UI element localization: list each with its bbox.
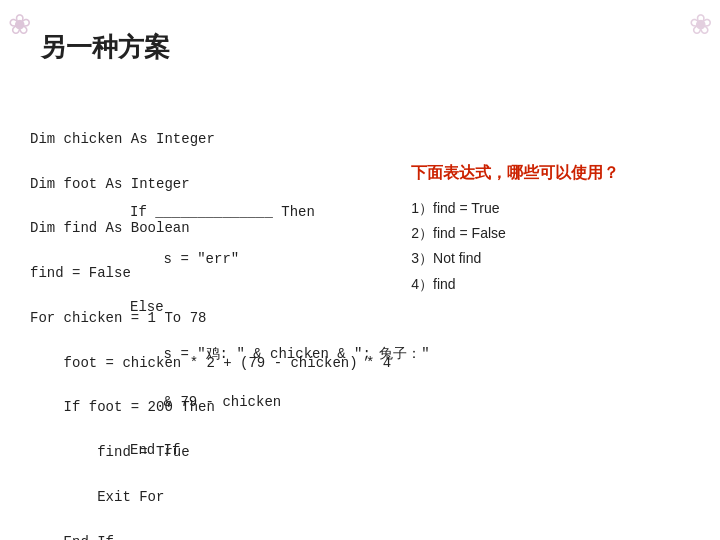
answer-4: 4）find [411, 272, 619, 297]
code-line-10: End If [30, 531, 391, 540]
deco-top-left-icon: ❀ [8, 8, 31, 41]
answer-list: 1）find = True 2）find = False 3）Not find … [411, 196, 619, 297]
deco-top-right-icon: ❀ [689, 8, 712, 41]
bottom-code-line-5: & 79 - chicken [130, 391, 430, 415]
question-label: 下面表达式，哪些可以使用？ [411, 163, 619, 184]
answer-1: 1）find = True [411, 196, 619, 221]
bottom-code-line-6: End If [130, 439, 430, 463]
code-line-1: Dim chicken As Integer [30, 128, 391, 150]
right-panel: 下面表达式，哪些可以使用？ 1）find = True 2）find = Fal… [411, 163, 619, 297]
answer-3: 3）Not find [411, 246, 619, 271]
bottom-code-line-4: s = "鸡: " & chicken & "; 兔子：" [130, 343, 430, 367]
page: ❀ ❀ 另一种方案 Dim chicken As Integer Dim foo… [0, 0, 720, 540]
bottom-code-line-3: Else [130, 296, 430, 320]
page-title: 另一种方案 [40, 30, 690, 65]
bottom-code-line-1: If ______________ Then [130, 201, 430, 225]
bottom-code-block: If ______________ Then s = "err" Else s … [130, 153, 430, 510]
answer-2: 2）find = False [411, 221, 619, 246]
bottom-code-line-2: s = "err" [130, 248, 430, 272]
